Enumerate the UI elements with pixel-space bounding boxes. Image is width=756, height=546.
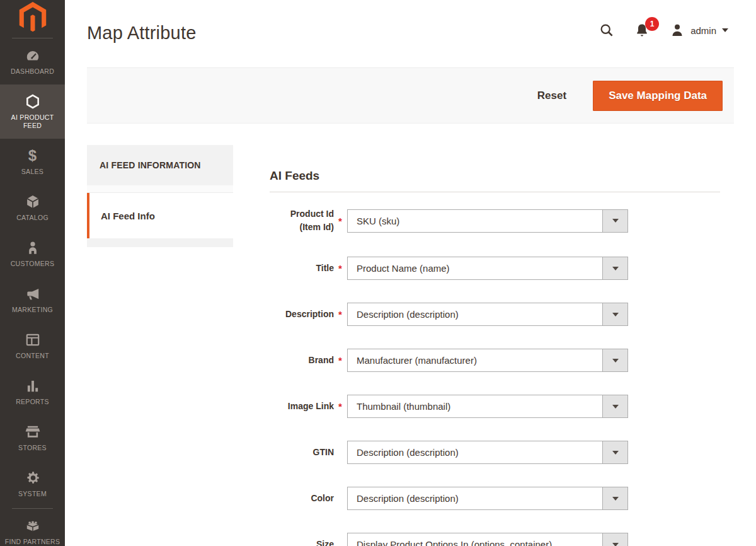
catalog-icon: [25, 194, 41, 210]
sidebar-item-reports[interactable]: REPORTS: [0, 369, 65, 415]
field-label: Size*: [270, 538, 347, 546]
select-dropdown-button[interactable]: [602, 303, 627, 325]
search-icon[interactable]: [599, 23, 614, 38]
sidebar-item-label: REPORTS: [16, 398, 49, 406]
brand-select[interactable]: Manufacturer (manufacturer): [347, 349, 628, 372]
section-title: AI Feeds: [270, 169, 720, 192]
magento-logo[interactable]: [0, 0, 65, 37]
required-asterisk: *: [338, 308, 347, 321]
select-value: Product Name (name): [357, 257, 450, 279]
sidebar-item-content[interactable]: CONTENT: [0, 323, 65, 369]
select-dropdown-button[interactable]: [602, 395, 627, 417]
gtin-select[interactable]: Description (description): [347, 441, 628, 464]
product-id-select[interactable]: SKU (sku): [347, 209, 628, 233]
chevron-down-icon: [612, 405, 619, 409]
form-row-size: Size* Display Product Options In (option…: [270, 533, 720, 546]
form-row-color: Color* Description (description): [270, 487, 720, 510]
tab-panel-footer: [87, 238, 233, 247]
page-title: Map Attribute: [87, 23, 196, 44]
chevron-down-icon: [722, 28, 728, 32]
required-asterisk: *: [338, 214, 347, 228]
select-value: Thumbnail (thumbnail): [357, 395, 450, 417]
select-value: Description (description): [357, 441, 459, 463]
sidebar-item-label: DASHBOARD: [11, 67, 54, 76]
field-label: Title*: [270, 262, 347, 275]
tab-panel-gap: [87, 185, 233, 193]
select-dropdown-button[interactable]: [602, 441, 627, 463]
select-value: Description (description): [357, 303, 459, 325]
form-row-description: Description* Description (description): [270, 303, 720, 326]
field-label: Description*: [270, 308, 347, 321]
title-select[interactable]: Product Name (name): [347, 257, 628, 280]
sidebar-item-stores[interactable]: STORES: [0, 415, 65, 461]
chevron-down-icon: [612, 359, 619, 363]
select-dropdown-button[interactable]: [602, 257, 627, 279]
stores-icon: [25, 424, 41, 440]
sales-icon: $: [28, 148, 37, 164]
sidebar-item-label: SALES: [21, 168, 43, 176]
field-label: Image Link*: [270, 400, 347, 413]
sidebar-item-dashboard[interactable]: DASHBOARD: [0, 38, 65, 84]
select-dropdown-button[interactable]: [602, 210, 627, 232]
size-select[interactable]: Display Product Options In (options_cont…: [347, 533, 628, 546]
form-row-image-link: Image Link* Thumbnail (thumbnail): [270, 395, 720, 418]
sidebar-item-customers[interactable]: CUSTOMERS: [0, 231, 65, 277]
sidebar-item-marketing[interactable]: MARKETING: [0, 277, 65, 323]
notification-badge: 1: [645, 17, 659, 31]
select-dropdown-button[interactable]: [602, 349, 627, 371]
tab-ai-feed-info[interactable]: AI Feed Info: [87, 193, 233, 238]
chevron-down-icon: [612, 451, 619, 455]
dashboard-icon: [25, 47, 41, 64]
save-mapping-data-button[interactable]: Save Mapping Data: [593, 81, 723, 111]
main-content: AI Feeds Product Id (Item Id)* SKU (sku)…: [270, 169, 720, 546]
field-label: GTIN*: [270, 446, 347, 459]
required-asterisk: *: [338, 400, 347, 413]
page-action-bar: Reset Save Mapping Data: [87, 67, 734, 124]
sidebar-item-label: FIND PARTNERS & EXTENSIONS: [2, 538, 63, 546]
tab-panel-header: AI FEED INFORMATION: [87, 145, 233, 185]
field-label: Brand*: [270, 354, 347, 367]
sidebar-item-find-partners[interactable]: FIND PARTNERS & EXTENSIONS: [0, 509, 65, 546]
system-icon: [25, 470, 41, 486]
sidebar-item-sales[interactable]: $ SALES: [0, 139, 65, 185]
form-row-brand: Brand* Manufacturer (manufacturer): [270, 349, 720, 372]
admin-user-menu[interactable]: admin: [670, 23, 728, 38]
select-value: SKU (sku): [357, 210, 399, 232]
chevron-down-icon: [612, 219, 619, 223]
sidebar-item-label: CUSTOMERS: [11, 260, 55, 268]
user-icon: [670, 23, 685, 38]
image-link-select[interactable]: Thumbnail (thumbnail): [347, 395, 628, 418]
sidebar-item-ai-product-feed[interactable]: AI PRODUCT FEED: [0, 84, 65, 139]
chevron-down-icon: [612, 543, 619, 546]
select-value: Description (description): [357, 487, 459, 509]
form-row-title: Title* Product Name (name): [270, 257, 720, 280]
sidebar-item-label: AI PRODUCT FEED: [2, 113, 63, 130]
sidebar-item-label: MARKETING: [12, 306, 53, 314]
mapping-form: Product Id (Item Id)* SKU (sku) Title* P…: [270, 207, 720, 546]
marketing-icon: [25, 286, 41, 302]
page-header: Map Attribute 1 admin: [65, 0, 756, 67]
content-icon: [25, 332, 41, 348]
form-row-gtin: GTIN* Description (description): [270, 441, 720, 464]
admin-sidebar: DASHBOARD AI PRODUCT FEED $ SALES CATALO…: [0, 0, 65, 546]
color-select[interactable]: Description (description): [347, 487, 628, 510]
header-actions: 1 admin: [599, 0, 728, 61]
sidebar-item-system[interactable]: SYSTEM: [0, 461, 65, 507]
notifications-button[interactable]: 1: [634, 23, 650, 38]
feed-tab-panel: AI FEED INFORMATION AI Feed Info: [87, 145, 233, 247]
sidebar-item-catalog[interactable]: CATALOG: [0, 185, 65, 231]
select-dropdown-button[interactable]: [602, 533, 627, 546]
sidebar-item-label: SYSTEM: [18, 490, 47, 498]
sidebar-item-label: CATALOG: [16, 214, 49, 222]
find-partners-icon: [25, 518, 41, 534]
reset-button[interactable]: Reset: [534, 89, 570, 103]
sidebar-item-label: CONTENT: [16, 352, 49, 360]
field-label: Product Id (Item Id)*: [270, 207, 347, 234]
chevron-down-icon: [612, 497, 619, 501]
field-label: Color*: [270, 492, 347, 505]
select-value: Manufacturer (manufacturer): [357, 349, 477, 371]
customers-icon: [25, 240, 41, 256]
select-value: Display Product Options In (options_cont…: [357, 533, 552, 546]
description-select[interactable]: Description (description): [347, 303, 628, 326]
select-dropdown-button[interactable]: [602, 487, 627, 509]
